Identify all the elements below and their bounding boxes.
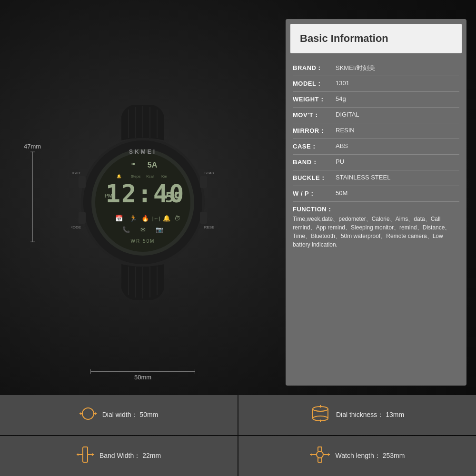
svg-marker-58 [78, 453, 79, 456]
info-row-label-9: FUNCTION： [293, 205, 336, 214]
svg-marker-66 [311, 453, 313, 456]
svg-rect-55 [83, 447, 88, 462]
info-row-value-0: SKMEI/时刻美 [336, 64, 459, 72]
info-row-value-2: 54g [336, 95, 459, 102]
svg-marker-67 [327, 453, 329, 456]
dial-width-value: 50mm [139, 411, 158, 418]
info-row-label-8: W / P： [293, 189, 336, 198]
dial-thickness-label: Dial thickness： [336, 411, 384, 418]
watch-length-icon [310, 446, 330, 466]
bottom-section: Dial width： 50mm [0, 395, 476, 476]
svg-text:LIGHT: LIGHT [71, 171, 81, 175]
watch-length-value: 253mm [383, 452, 405, 459]
page-container: 47mm [0, 0, 476, 476]
info-row-value-8: 50M [336, 189, 459, 197]
svg-text:Kcal: Kcal [146, 174, 154, 178]
info-row-9: FUNCTION：Time,week,date、pedometer、Calori… [293, 202, 459, 252]
specs-row-2: Band Width： 22mm [0, 436, 476, 476]
svg-text:📷: 📷 [156, 226, 164, 234]
height-dimension: 47mm [24, 143, 41, 242]
spec-band-width: Band Width： 22mm [0, 436, 238, 476]
band-width-value: 22mm [142, 452, 161, 459]
info-title-text: Basic Information [300, 32, 388, 44]
watch-image: LIGHT MODE START RESET SKMEI ⚭ 5A � [71, 102, 214, 302]
info-row-label-3: MOV'T： [293, 111, 336, 119]
svg-text:|←|: |←| [152, 216, 160, 221]
info-title-box: Basic Information [290, 24, 462, 53]
info-row-3: MOV'T：DIGITAL [293, 108, 459, 123]
info-rows: BRAND：SKMEI/时刻美MODEL：1301WEIGHT：54gMOV'T… [286, 58, 466, 386]
height-label: 47mm [24, 143, 41, 150]
dial-thickness-icon [310, 405, 330, 426]
svg-text:SKMEI: SKMEI [129, 149, 157, 155]
info-row-label-6: BAND： [293, 158, 336, 167]
svg-text:🏃: 🏃 [129, 214, 138, 222]
width-dimension: 50mm [90, 371, 195, 381]
info-row-label-7: BUCKLE： [293, 174, 336, 182]
info-row-value-3: DIGITAL [336, 111, 459, 118]
info-row-value-4: RESIN [336, 127, 459, 134]
dial-width-text: Dial width： 50mm [102, 411, 159, 419]
svg-text:Steps: Steps [131, 174, 140, 178]
band-width-label: Band Width： [99, 452, 140, 459]
dial-width-label: Dial width： [102, 411, 138, 418]
svg-text:📅: 📅 [115, 214, 123, 222]
info-row-label-2: WEIGHT： [293, 95, 336, 104]
dial-width-icon [79, 405, 97, 426]
info-row-8: W / P：50M [293, 186, 459, 202]
svg-rect-15 [200, 212, 207, 224]
svg-rect-63 [318, 458, 322, 462]
band-width-text: Band Width： 22mm [99, 452, 161, 460]
info-row-4: MIRROR：RESIN [293, 123, 459, 139]
info-row-5: CASE：ABS [293, 139, 459, 155]
dial-thickness-text: Dial thickness： 13mm [336, 411, 404, 419]
svg-text:MODE: MODE [71, 225, 81, 229]
svg-rect-62 [318, 447, 322, 451]
top-section: 47mm [0, 0, 476, 395]
watch-section: 47mm [10, 14, 276, 390]
svg-text:🔥: 🔥 [141, 214, 149, 222]
watch-length-text: Watch length： 253mm [336, 452, 405, 460]
svg-text:✉: ✉ [140, 226, 146, 233]
info-row-6: BAND：PU [293, 155, 459, 170]
info-panel: Basic Information BRAND：SKMEI/时刻美MODEL：1… [286, 19, 466, 386]
svg-text:WR 50M: WR 50M [131, 238, 155, 244]
info-row-7: BUCKLE：STAINLESS STEEL [293, 170, 459, 186]
svg-rect-13 [79, 212, 86, 224]
spec-dial-width: Dial width： 50mm [0, 395, 238, 435]
dial-thickness-value: 13mm [386, 411, 404, 418]
svg-point-42 [82, 408, 94, 419]
svg-text:RESET: RESET [204, 225, 214, 229]
info-row-2: WEIGHT：54g [293, 92, 459, 108]
spec-watch-length: Watch length： 253mm [238, 436, 476, 476]
info-row-label-4: MIRROR： [293, 127, 336, 135]
svg-rect-12 [79, 176, 86, 188]
svg-rect-14 [200, 176, 207, 188]
svg-text:⏱: ⏱ [174, 215, 180, 222]
svg-text:🔔: 🔔 [117, 174, 121, 178]
info-row-value-1: 1301 [336, 79, 459, 87]
spec-dial-thickness: Dial thickness： 13mm [238, 395, 476, 435]
svg-rect-61 [317, 451, 323, 458]
info-row-value-9: Time,week,date、pedometer、Calorie、Aims、da… [293, 215, 459, 249]
svg-text:5A: 5A [148, 161, 158, 169]
svg-text:⚭: ⚭ [130, 160, 136, 168]
info-row-label-5: CASE： [293, 142, 336, 151]
svg-text:📞: 📞 [122, 226, 130, 234]
info-row-1: MODEL：1301 [293, 76, 459, 92]
specs-row-1: Dial width： 50mm [0, 395, 476, 435]
band-width-icon [77, 446, 94, 466]
width-label: 50mm [134, 374, 151, 381]
svg-text:Km: Km [161, 174, 167, 178]
svg-text:START: START [204, 171, 214, 175]
info-row-0: BRAND：SKMEI/时刻美 [293, 60, 459, 76]
info-row-value-7: STAINLESS STEEL [336, 174, 459, 181]
watch-length-label: Watch length： [336, 452, 381, 459]
svg-text:🔔: 🔔 [163, 214, 171, 222]
info-row-value-5: ABS [336, 142, 459, 149]
info-row-label-1: MODEL： [293, 79, 336, 88]
info-row-label-0: BRAND： [293, 64, 336, 72]
info-row-value-6: PU [336, 158, 459, 165]
svg-text:59: 59 [165, 189, 182, 206]
